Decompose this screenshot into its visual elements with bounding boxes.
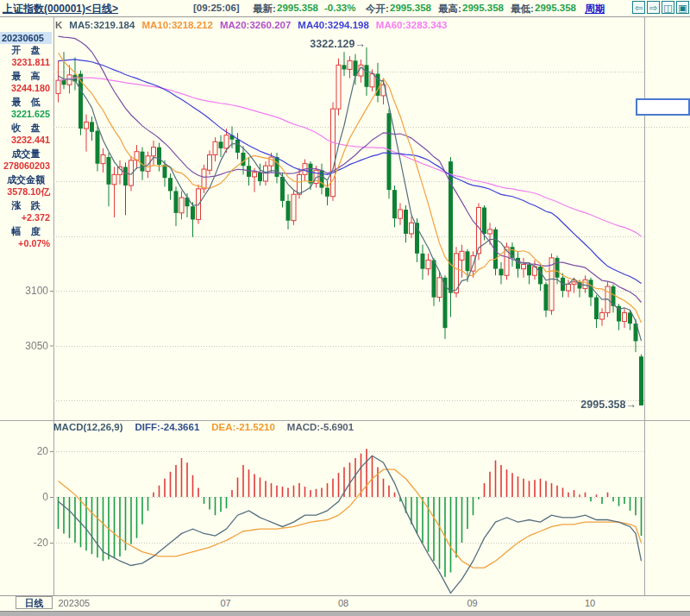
k-line-label: K	[55, 20, 62, 30]
sidebar-row: 成交金额3578.10亿	[0, 173, 52, 198]
ma-legend-item: MA60:3283.343	[376, 20, 447, 30]
macd-header-item: MACD(12,26,9)	[53, 422, 123, 432]
symbol-title[interactable]: 上证指数(000001)<日线>	[3, 2, 118, 16]
price-axis-label: 3050	[16, 340, 48, 352]
sidebar-row: 收 盘3232.441	[0, 122, 52, 147]
sidebar-row-label: 最 高	[0, 70, 52, 83]
info-date: 20230605	[0, 32, 52, 44]
macd-axis-label: 20	[16, 445, 48, 457]
sidebar-row: 幅 度+0.07%	[0, 225, 52, 250]
quote-time: [09:25:06]	[193, 3, 240, 13]
macd-axis-label: 0	[16, 491, 48, 503]
high-annotation: 3322.129→	[269, 38, 366, 50]
info-rows: 开 盘3231.811最 高3244.180最 低3221.625收 盘3232…	[0, 44, 52, 250]
back-arrow-icon[interactable]: ⇦	[632, 1, 645, 14]
latest-value: 2995.358	[277, 3, 318, 13]
candlestick-chart[interactable]	[0, 0, 690, 616]
sidebar-row-value: +2.372	[0, 212, 52, 224]
sidebar-row-value: 3232.441	[0, 135, 52, 147]
sidebar-row-label: 最 低	[0, 96, 52, 109]
sidebar-row-label: 收 盘	[0, 122, 52, 135]
open-label: 今开:	[366, 3, 389, 16]
sidebar-row-label: 涨 跌	[0, 199, 52, 212]
ma-legend-item: MA5:3219.184	[69, 20, 135, 30]
ma-legend-item: MA40:3294.198	[298, 20, 368, 30]
sidebar-row: 开 盘3231.811	[0, 44, 52, 69]
macd-axis-label: -20	[16, 537, 48, 549]
sidebar-row: 最 低3221.625	[0, 96, 52, 121]
maximize-window-icon[interactable]: ▣	[676, 1, 689, 14]
low-label: 最低:	[511, 3, 534, 16]
sidebar-row-value: +0.07%	[0, 238, 52, 250]
change-percent: -0.33%	[324, 3, 355, 13]
price-axis-label: 3100	[16, 285, 48, 297]
sidebar-row-label: 幅 度	[0, 225, 52, 238]
sidebar-row: 成交量278060203	[0, 148, 52, 173]
macd-header: MACD(12,26,9)DIFF:-24.3661DEA:-21.5210MA…	[53, 422, 366, 432]
latest-label: 最新:	[253, 3, 276, 16]
price-tag-box	[636, 98, 690, 116]
window-controls: ⇦⇨◫▣	[632, 1, 689, 14]
sidebar-row-label: 开 盘	[0, 44, 52, 57]
ma-legend-item: MA10:3218.212	[141, 20, 212, 30]
forward-arrow-icon[interactable]: ⇨	[647, 1, 660, 14]
ma-legend: KMA5:3219.184MA10:3218.212MA20:3260.207M…	[55, 20, 454, 30]
sidebar-row-value: 3578.10亿	[0, 186, 52, 198]
sidebar-row-value: 3221.625	[0, 109, 52, 121]
macd-header-item: DEA:-21.5210	[211, 422, 275, 432]
low-value: 2995.358	[535, 3, 576, 13]
split-window-icon[interactable]: ◫	[662, 1, 674, 14]
time-axis-label: 202305	[59, 598, 91, 608]
high-value: 2995.358	[462, 3, 504, 13]
bottom-window-edge	[0, 612, 690, 616]
top-quote-bar: 上证指数(000001)<日线> [09:25:06] 最新: 2995.358…	[0, 0, 690, 17]
sidebar-row-label: 成交量	[0, 148, 52, 160]
sidebar-row-value: 3231.811	[0, 57, 52, 69]
open-value: 2995.358	[390, 3, 431, 13]
macd-header-item: DIFF:-24.3661	[135, 422, 200, 432]
sidebar-row-value: 278060203	[0, 160, 52, 173]
sidebar-row-label: 成交金额	[0, 173, 52, 186]
time-axis-label: 07	[221, 598, 231, 608]
high-label: 最高:	[438, 3, 461, 16]
quote-info-panel: 20230605 开 盘3231.811最 高3244.180最 低3221.6…	[0, 32, 52, 251]
time-axis-label: 08	[338, 598, 348, 608]
low-annotation: 2995.358→	[559, 399, 637, 411]
period-label-box[interactable]: 日线	[16, 596, 53, 609]
sidebar-row: 涨 跌+2.372	[0, 199, 52, 224]
macd-header-item: MACD:-5.6901	[287, 422, 354, 432]
time-axis-label: 09	[467, 598, 478, 608]
sidebar-row: 最 高3244.180	[0, 70, 52, 95]
time-axis-label: 10	[585, 598, 595, 608]
ma-legend-item: MA20:3260.207	[220, 20, 291, 30]
period-link[interactable]: 周期	[585, 3, 605, 16]
sidebar-row-value: 3244.180	[0, 83, 52, 95]
